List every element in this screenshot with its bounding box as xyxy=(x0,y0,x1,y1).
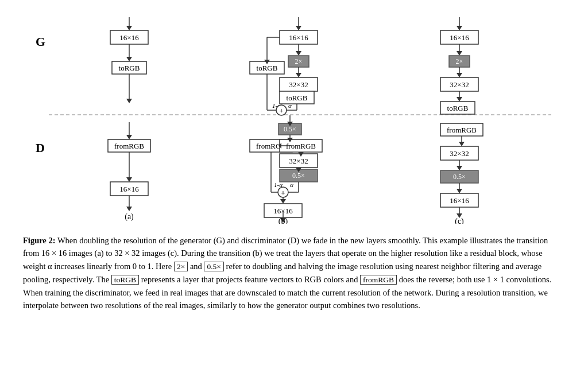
svg-marker-78 xyxy=(459,142,465,146)
svg-marker-84 xyxy=(457,189,462,193)
c-d-fromrgb: fromRGB xyxy=(447,126,477,134)
svg-marker-71 xyxy=(457,73,462,77)
svg-marker-1 xyxy=(126,26,132,30)
svg-marker-68 xyxy=(457,51,462,56)
caption-label: Figure 2: xyxy=(23,236,56,245)
figure-container: G D 16×16 toRGB xyxy=(23,11,565,312)
svg-marker-81 xyxy=(457,166,462,170)
caption-inline2: 0.5× xyxy=(204,262,224,271)
a-d-16x16: 16×16 xyxy=(119,185,139,193)
b-g-16x16: 16×16 xyxy=(289,33,308,42)
caption-text2: and xyxy=(188,262,204,271)
g-label: G xyxy=(36,34,45,49)
c-label: (c) xyxy=(455,217,464,224)
b-g-2x: 2× xyxy=(295,57,303,65)
caption-text4: represents a layer that projects feature… xyxy=(139,275,360,284)
b-label: (b) xyxy=(278,217,288,224)
d-label: D xyxy=(36,141,45,155)
svg-marker-17 xyxy=(296,26,301,30)
b-g-torgb-right: toRGB xyxy=(287,94,308,102)
svg-marker-9 xyxy=(126,135,132,139)
caption-inline4: fromRGB xyxy=(360,275,397,285)
svg-marker-12 xyxy=(126,177,132,182)
c-g-2x: 2× xyxy=(456,57,463,65)
svg-marker-4 xyxy=(126,57,132,61)
svg-marker-7 xyxy=(126,99,132,103)
a-g-torgb: toRGB xyxy=(119,64,140,72)
c-d-16x16: 16×16 xyxy=(450,196,469,205)
svg-marker-65 xyxy=(457,26,462,30)
figure-caption: Figure 2: When doubling the resolution o… xyxy=(23,234,565,312)
b-g-32x32: 32×32 xyxy=(289,80,308,89)
b-d-plus: + xyxy=(281,188,285,197)
svg-marker-15 xyxy=(126,207,132,211)
b-d-05x-top: 0.5× xyxy=(284,125,296,133)
b-g-torgb-left: toRGB xyxy=(257,64,278,72)
c-g-32x32: 32×32 xyxy=(450,80,469,89)
c-d-32x32: 32×32 xyxy=(450,149,469,158)
svg-marker-57 xyxy=(280,199,286,204)
a-g-16x16: 16×16 xyxy=(119,33,139,42)
b-g-plus: + xyxy=(279,106,283,115)
caption-inline3: toRGB xyxy=(111,275,139,285)
svg-marker-74 xyxy=(457,97,462,102)
a-d-fromrgb: fromRGB xyxy=(114,142,144,150)
b-g-alpha: α xyxy=(288,102,292,109)
a-label: (a) xyxy=(125,212,134,221)
caption-inline1: 2× xyxy=(174,262,188,271)
c-g-torgb: toRGB xyxy=(447,104,469,112)
svg-marker-20 xyxy=(296,51,301,56)
b-d-32x32: 32×32 xyxy=(289,157,308,165)
b-d-05x-bottom: 0.5× xyxy=(292,172,305,180)
c-g-16x16: 16×16 xyxy=(450,33,469,42)
diagram-svg: G D 16×16 toRGB xyxy=(23,11,565,226)
c-d-05x: 0.5× xyxy=(453,173,466,181)
b-d-alpha: α xyxy=(290,181,293,188)
svg-marker-23 xyxy=(296,73,301,77)
